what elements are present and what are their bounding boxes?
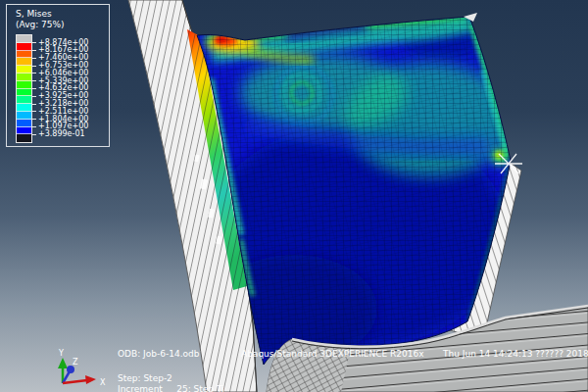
legend-colorbar: +8.874e+00+8.167e+00+7.460e+00+6.753e+00… <box>16 34 109 143</box>
legend-panel: S, Mises (Avg: 75%) +8.874e+00+8.167e+00… <box>6 4 110 147</box>
legend-swatch <box>17 74 31 81</box>
legend-swatch <box>17 66 31 74</box>
x-axis-arrowhead <box>85 375 96 384</box>
x-axis-label: X <box>100 378 106 387</box>
legend-swatch <box>17 112 31 120</box>
legend-swatch <box>17 134 31 142</box>
legend-subtitle: (Avg: 75%) <box>16 20 109 30</box>
solver-label: Abaqus/Standard 3DEXPERIENCE R2016x <box>241 349 424 360</box>
z-axis-label: Z <box>73 358 78 367</box>
step-label: Step: Step-2 <box>118 373 172 384</box>
legend-swatch <box>17 43 31 51</box>
y-axis-arrowhead <box>58 358 68 368</box>
x-axis-arrow <box>63 380 87 383</box>
odb-label: ODB: Job-6-14.odb <box>118 349 199 360</box>
legend-swatch <box>17 35 31 43</box>
legend-swatch <box>17 51 31 59</box>
legend-swatch <box>17 81 31 89</box>
legend-swatches <box>16 34 32 143</box>
axis-triad: Y Z X <box>39 345 118 392</box>
datetime-label: Thu Jun 14 14:24:13 ?????? 2018 <box>443 349 588 360</box>
z-axis-head <box>67 366 74 373</box>
legend-title: S, Mises <box>16 9 109 20</box>
legend-swatch <box>17 89 31 97</box>
abaqus-viewport[interactable]: S, Mises (Avg: 75%) +8.874e+00+8.167e+00… <box>0 0 588 392</box>
legend-swatch <box>17 104 31 112</box>
legend-swatch <box>17 120 31 127</box>
increment-label: Increment 25: Step Ti <box>118 384 224 392</box>
y-axis-label: Y <box>58 349 64 358</box>
legend-swatch <box>17 127 31 135</box>
legend-swatch <box>17 96 31 104</box>
legend-swatch <box>17 58 31 66</box>
legend-value: +3.899e-01 <box>38 130 85 138</box>
